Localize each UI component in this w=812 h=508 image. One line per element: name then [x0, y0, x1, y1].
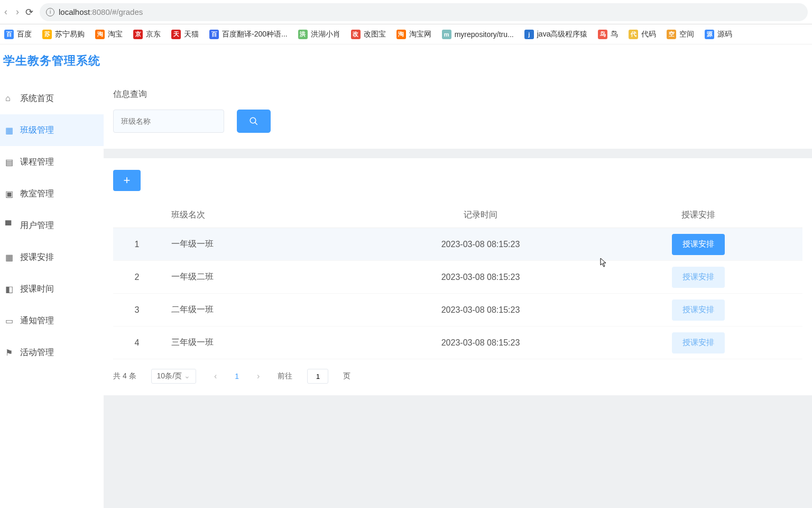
- bookmark-favicon: 百: [209, 30, 219, 39]
- cell-index: 1: [113, 240, 161, 249]
- bookmark-item[interactable]: 空空间: [667, 30, 694, 39]
- bookmark-item[interactable]: 代代码: [629, 30, 656, 39]
- bookmark-favicon: 空: [667, 30, 676, 39]
- forward-icon[interactable]: ›: [16, 6, 19, 17]
- pager-next[interactable]: ›: [254, 371, 263, 381]
- cell-action: 授课安排: [594, 234, 802, 255]
- schedule-button[interactable]: 授课安排: [672, 234, 725, 255]
- sidebar-item-label: 用户管理: [20, 220, 54, 231]
- bookmark-item[interactable]: 百百度: [4, 30, 32, 39]
- url-host: localhost: [59, 7, 90, 16]
- bookmark-favicon: m: [442, 30, 451, 39]
- url-path: /#/grades: [110, 7, 143, 16]
- sidebar-item-label: 系统首页: [20, 93, 54, 104]
- grid-icon: ▦: [5, 125, 15, 135]
- table-header: 班级名次 记录时间 授课安排: [113, 203, 802, 228]
- cell-class-name: 二年级一班: [161, 304, 367, 315]
- bookmark-item[interactable]: jjava高级程序猿: [524, 30, 588, 39]
- bookmark-item[interactable]: 淘淘宝: [95, 30, 123, 39]
- col-time: 记录时间: [367, 210, 594, 221]
- cell-index: 2: [113, 273, 161, 282]
- bookmark-label: 百度: [17, 30, 32, 39]
- bookmark-label: 空间: [679, 30, 694, 39]
- bookmark-item[interactable]: mmyrepository/tru...: [442, 30, 514, 39]
- sidebar-item-label: 授课时间: [20, 284, 54, 295]
- cell-action: 授课安排: [594, 332, 802, 353]
- flag-icon: ⚑: [5, 348, 15, 357]
- bookmark-item[interactable]: 百百度翻译-200种语...: [209, 30, 288, 39]
- cell-time: 2023-03-08 08:15:23: [367, 240, 594, 249]
- pager-prev[interactable]: ‹: [211, 371, 220, 381]
- search-button[interactable]: [237, 110, 271, 133]
- bookmark-label: java高级程序猿: [537, 30, 588, 39]
- app-layout: ⌂系统首页▦班级管理▤课程管理▣教室管理▀用户管理▦授课安排◧授课时间▭通知管理…: [0, 77, 812, 508]
- bookmark-item[interactable]: 源源码: [705, 30, 732, 39]
- sidebar-item-book[interactable]: ▤课程管理: [0, 146, 104, 178]
- cell-time: 2023-03-08 08:15:23: [367, 273, 594, 282]
- bookmark-favicon: 百: [4, 30, 14, 39]
- sidebar-item-flag[interactable]: ⚑活动管理: [0, 337, 104, 368]
- bookmark-label: 苏宁易购: [55, 30, 85, 39]
- col-action: 授课安排: [594, 210, 802, 221]
- bookmark-item[interactable]: 苏苏宁易购: [42, 30, 85, 39]
- cell-action: 授课安排: [594, 267, 802, 288]
- bookmark-item[interactable]: 改改图宝: [351, 30, 386, 39]
- panel-title: 信息查询: [113, 89, 802, 100]
- bookmark-favicon: 鸟: [598, 30, 607, 39]
- schedule-button[interactable]: 授课安排: [672, 332, 725, 353]
- sidebar-item-user[interactable]: ▀用户管理: [0, 210, 104, 241]
- back-icon[interactable]: ‹: [4, 6, 7, 17]
- bookmark-label: 京东: [146, 30, 161, 39]
- add-button[interactable]: +: [113, 170, 141, 191]
- sidebar-item-calendar[interactable]: ▦授课安排: [0, 241, 104, 273]
- cell-class-name: 三年级一班: [161, 337, 367, 348]
- site-info-icon[interactable]: i: [46, 8, 54, 16]
- bookmark-favicon: j: [524, 30, 534, 39]
- app-title: 学生教务管理系统: [3, 53, 100, 69]
- bookmark-label: myrepository/tru...: [455, 30, 514, 39]
- bookmark-item[interactable]: 洪洪湖小肖: [298, 30, 340, 39]
- user-icon: ▀: [5, 221, 15, 230]
- bookmark-favicon: 天: [171, 30, 181, 39]
- schedule-button[interactable]: 授课安排: [672, 300, 725, 321]
- bookmark-item[interactable]: 鸟鸟: [598, 30, 618, 39]
- goto-label: 前往: [278, 371, 292, 381]
- bookmark-label: 淘宝: [108, 30, 123, 39]
- bookmark-favicon: 洪: [298, 30, 308, 39]
- sidebar: ⌂系统首页▦班级管理▤课程管理▣教室管理▀用户管理▦授课安排◧授课时间▭通知管理…: [0, 77, 104, 508]
- bookmark-label: 洪湖小肖: [311, 30, 340, 39]
- search-row: [113, 110, 802, 133]
- col-name: 班级名次: [161, 210, 367, 221]
- goto-input[interactable]: [307, 369, 328, 384]
- sidebar-item-grid[interactable]: ▦班级管理: [0, 114, 104, 146]
- pagination: 共 4 条 10条/页 ⌄ ‹ 1 › 前往 页: [113, 369, 802, 384]
- schedule-button[interactable]: 授课安排: [672, 267, 725, 288]
- page-suffix: 页: [343, 371, 350, 381]
- content-area: 信息查询 + 班级名次 记录时间 授课安排 1一年级一班2023-03-0: [104, 77, 812, 508]
- calendar-icon: ▦: [5, 252, 15, 262]
- pager-current[interactable]: 1: [235, 372, 239, 380]
- bookmark-label: 淘宝网: [409, 30, 431, 39]
- bookmark-favicon: 淘: [396, 30, 406, 39]
- address-bar[interactable]: i localhost:8080/#/grades: [40, 3, 808, 21]
- sidebar-item-label: 活动管理: [20, 347, 54, 358]
- sidebar-item-label: 通知管理: [20, 315, 54, 326]
- bookmark-favicon: 苏: [42, 30, 52, 39]
- cell-class-name: 一年级二班: [161, 271, 367, 283]
- bookmark-item[interactable]: 淘淘宝网: [396, 30, 431, 39]
- sidebar-item-notice[interactable]: ▭通知管理: [0, 305, 104, 337]
- cell-class-name: 一年级一班: [161, 239, 367, 250]
- table-row: 4三年级一班2023-03-08 08:15:23授课安排: [113, 326, 802, 359]
- sidebar-item-home[interactable]: ⌂系统首页: [0, 83, 104, 114]
- sidebar-item-bell[interactable]: ◧授课时间: [0, 273, 104, 305]
- sidebar-item-room[interactable]: ▣教室管理: [0, 178, 104, 210]
- reload-icon[interactable]: ⟳: [25, 6, 33, 18]
- sidebar-item-label: 课程管理: [20, 157, 54, 168]
- page-size-select[interactable]: 10条/页 ⌄: [151, 369, 196, 384]
- class-name-input[interactable]: [113, 110, 224, 133]
- svg-point-0: [250, 117, 256, 123]
- bookmark-label: 代码: [641, 30, 656, 39]
- bookmark-item[interactable]: 京京东: [133, 30, 161, 39]
- sidebar-item-label: 授课安排: [20, 252, 54, 263]
- bookmark-item[interactable]: 天天猫: [171, 30, 199, 39]
